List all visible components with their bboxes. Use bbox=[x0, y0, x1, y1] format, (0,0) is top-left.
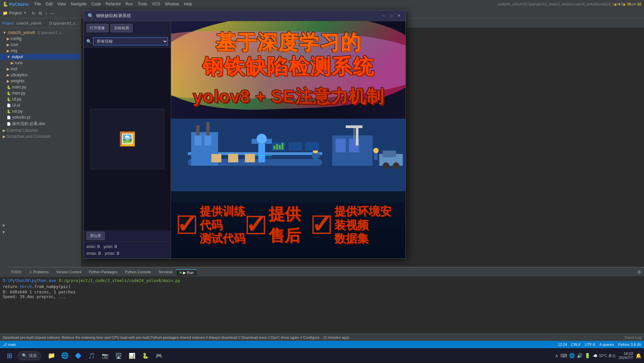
reset-btn[interactable]: 置位度 bbox=[86, 232, 105, 240]
run-line-1-text: return torch.from_numpy(pic) bbox=[3, 284, 71, 289]
menu-edit[interactable]: Edit bbox=[44, 1, 55, 7]
config-name: config bbox=[11, 36, 22, 41]
tree-ultralytics[interactable]: ▶ ultralytics bbox=[0, 72, 80, 78]
run-header-link[interactable]: D:\Python38\python.exe bbox=[3, 278, 56, 283]
tree-root[interactable]: ▼ code24_yolov8 D:\g\project\1_c... bbox=[0, 30, 80, 36]
status-encoding: UTF-8 bbox=[585, 342, 595, 347]
target-select[interactable]: 所有目标 bbox=[93, 37, 168, 45]
menu-tools[interactable]: Tools bbox=[136, 1, 149, 7]
tab-terminal[interactable]: Terminal bbox=[155, 269, 176, 275]
output-name: output bbox=[12, 54, 23, 59]
main-py-icon: 🐍 bbox=[7, 85, 11, 89]
dialog-minimize-btn[interactable]: ─ bbox=[381, 13, 387, 18]
taskbar-app-browser[interactable]: 🌐 bbox=[59, 350, 71, 362]
promo-title-main: 基于深度学习的 bbox=[215, 31, 361, 53]
svg-rect-33 bbox=[289, 142, 302, 151]
dialog-image-area: 🖼️ bbox=[84, 48, 171, 230]
tree-img[interactable]: ▶ img bbox=[0, 48, 80, 54]
menu-view[interactable]: View bbox=[55, 1, 68, 7]
taskbar-app-6[interactable]: 🎮 bbox=[153, 350, 165, 362]
dialog-right-panel: 基于深度学习的 钢铁缺陷检测系统 yolov8 + SE注意力机制 bbox=[171, 21, 405, 258]
tree-doc[interactable]: 📄 操作流程-必看.doc bbox=[0, 120, 80, 127]
run-settings-icon[interactable]: ⚙ bbox=[637, 270, 641, 275]
open-image-btn[interactable]: 打开图像 bbox=[86, 24, 109, 32]
run-down-btn[interactable]: ▼ bbox=[1, 229, 7, 235]
toolbar-icon-expand[interactable]: ↕ bbox=[45, 11, 47, 16]
taskbar-search[interactable]: 🔍 搜索 bbox=[17, 351, 41, 360]
toolbar-icon-sync[interactable]: ↻ bbox=[32, 11, 35, 16]
ultralytics-icon: ▶ bbox=[7, 73, 9, 77]
menu-help[interactable]: Help bbox=[182, 1, 194, 7]
tree-weights-file[interactable]: 📄 yolov8n.pt bbox=[0, 114, 80, 120]
svg-rect-14 bbox=[228, 154, 238, 162]
svg-rect-35 bbox=[273, 146, 275, 150]
menu-code[interactable]: Code bbox=[89, 1, 103, 7]
taskbar-app-3[interactable]: 🖥️ bbox=[113, 350, 125, 362]
volume-icon[interactable]: 🔊 bbox=[577, 353, 583, 358]
ide-top-right-controls: ▲ 4 ▲ 35 ✓ 10 bbox=[611, 0, 644, 8]
tree-ui-py[interactable]: 🐍 UI.py bbox=[0, 96, 80, 102]
time-display: 18:03 bbox=[624, 352, 633, 356]
network-icon[interactable]: 🌐 bbox=[569, 353, 575, 358]
tab-problems[interactable]: ⚠ Problems bbox=[26, 269, 52, 275]
menu-file[interactable]: File bbox=[33, 1, 43, 7]
taskbar-app-edge[interactable]: 🔷 bbox=[72, 350, 84, 362]
menu-vcs[interactable]: VCS bbox=[150, 1, 162, 7]
up-arrow-icon[interactable]: ∧ bbox=[555, 353, 558, 358]
tree-tool[interactable]: ▶ tool bbox=[0, 66, 80, 72]
tree-val-py[interactable]: 🐍 val.py bbox=[0, 108, 80, 114]
tree-ui-ui[interactable]: 📄 Ui.ui bbox=[0, 102, 80, 108]
tree-scratches[interactable]: ▶ Scratches and Consoles bbox=[0, 133, 80, 139]
menu-window[interactable]: Window bbox=[163, 1, 181, 7]
menu-navigate[interactable]: Navigate bbox=[69, 1, 89, 7]
taskbar-clock[interactable]: 18:03 2024/7/7 bbox=[618, 352, 633, 360]
keyboard-icon[interactable]: ⌨ bbox=[560, 353, 567, 358]
tree-config[interactable]: ▶ config bbox=[0, 36, 80, 42]
svg-rect-5 bbox=[205, 135, 211, 146]
weights-name: weights bbox=[11, 79, 25, 83]
val-py-name: val.py bbox=[12, 109, 23, 114]
run-restart-btn[interactable]: ▲ bbox=[1, 222, 7, 228]
taskbar-app-2[interactable]: 📷 bbox=[99, 350, 111, 362]
dialog-close-btn[interactable]: ✕ bbox=[396, 13, 401, 18]
weather-temp: 32°C bbox=[599, 354, 607, 358]
toolbar-icon-collapse[interactable]: — bbox=[50, 11, 54, 16]
menu-refactor[interactable]: Refactor bbox=[104, 1, 123, 7]
dialog-content: 打开图像 目标检测 🔍 所有目标 🖼️ 置位度 bbox=[84, 21, 405, 258]
start-button[interactable]: ⊞ bbox=[3, 351, 16, 361]
svg-point-26 bbox=[373, 148, 379, 153]
taskbar-app-5[interactable]: 🐍 bbox=[139, 350, 152, 362]
tab-todo[interactable]: TODO bbox=[7, 269, 25, 275]
dialog-maximize-btn[interactable]: □ bbox=[389, 13, 394, 18]
svg-rect-6 bbox=[196, 125, 200, 135]
taskbar-app-file-explorer[interactable]: 📁 bbox=[45, 350, 57, 362]
tree-runs[interactable]: ▶ runs bbox=[0, 60, 80, 66]
tree-weights[interactable]: ▶ weights bbox=[0, 78, 80, 84]
scratches-name: Scratches and Consoles bbox=[7, 134, 50, 139]
dialog-coordinates: xmin: 0 ymin: 0 xmax: 0 ymax: 0 bbox=[84, 241, 171, 258]
tab-version-control[interactable]: Version Control bbox=[53, 269, 85, 275]
taskbar: ⊞ 🔍 搜索 📁 🌐 🔷 🎵 📷 🖥️ 📊 🐍 bbox=[0, 348, 644, 363]
battery-icon[interactable]: 🔋 bbox=[585, 353, 590, 358]
tree-output[interactable]: ▼ output bbox=[0, 54, 80, 60]
tab-python-console[interactable]: Python Console bbox=[122, 269, 155, 275]
taskbar-app-1[interactable]: 🎵 bbox=[86, 350, 98, 362]
weather-condition: 多云 bbox=[608, 353, 616, 358]
tree-train-py[interactable]: 🐍 train.py bbox=[0, 90, 80, 96]
taskbar-app-4[interactable]: 📊 bbox=[126, 350, 138, 362]
detect-btn[interactable]: 目标检测 bbox=[111, 24, 133, 32]
svg-rect-23 bbox=[314, 153, 317, 160]
xmax-value: 0 bbox=[98, 251, 101, 256]
status-python: Python 3.8 (8) bbox=[618, 342, 641, 347]
tree-external-libs[interactable]: ▶ External Libraries bbox=[0, 127, 80, 133]
checkmark-2: ✓ bbox=[245, 212, 266, 237]
ymax-value: 0 bbox=[117, 251, 119, 256]
event-log-link[interactable]: Event Log bbox=[625, 335, 641, 339]
tab-python-packages[interactable]: Python Packages bbox=[85, 269, 121, 275]
tree-icon[interactable]: ▶ icon bbox=[0, 42, 80, 48]
tab-run[interactable]: ▶ Run bbox=[176, 269, 197, 276]
toolbar-icon-settings[interactable]: ⚙ bbox=[38, 11, 42, 16]
menu-run[interactable]: Run bbox=[124, 1, 135, 7]
tree-main-py[interactable]: 🐍 main.py bbox=[0, 84, 80, 90]
notification-icon[interactable]: 🔔 bbox=[636, 353, 641, 358]
